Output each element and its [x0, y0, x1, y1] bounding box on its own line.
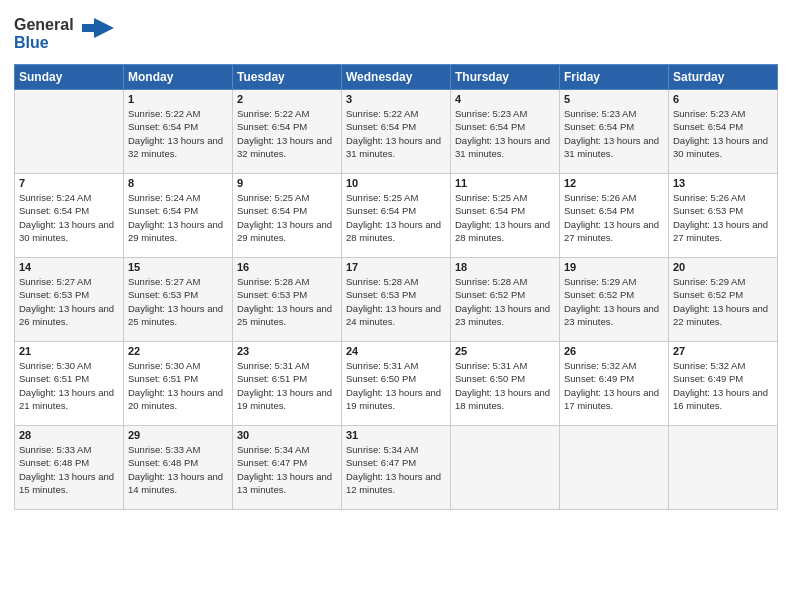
day-number: 17: [346, 261, 446, 273]
day-detail: Sunrise: 5:30 AMSunset: 6:51 PMDaylight:…: [19, 359, 119, 412]
calendar-cell: 14Sunrise: 5:27 AMSunset: 6:53 PMDayligh…: [15, 258, 124, 342]
day-number: 30: [237, 429, 337, 441]
day-number: 28: [19, 429, 119, 441]
day-number: 20: [673, 261, 773, 273]
day-number: 22: [128, 345, 228, 357]
calendar-cell: 13Sunrise: 5:26 AMSunset: 6:53 PMDayligh…: [669, 174, 778, 258]
day-number: 16: [237, 261, 337, 273]
day-detail: Sunrise: 5:23 AMSunset: 6:54 PMDaylight:…: [564, 107, 664, 160]
calendar-cell: [669, 426, 778, 510]
logo-text: General Blue: [14, 10, 124, 58]
day-detail: Sunrise: 5:34 AMSunset: 6:47 PMDaylight:…: [237, 443, 337, 496]
day-detail: Sunrise: 5:26 AMSunset: 6:53 PMDaylight:…: [673, 191, 773, 244]
day-detail: Sunrise: 5:25 AMSunset: 6:54 PMDaylight:…: [455, 191, 555, 244]
calendar-cell: 20Sunrise: 5:29 AMSunset: 6:52 PMDayligh…: [669, 258, 778, 342]
logo: General Blue: [14, 10, 124, 58]
day-number: 3: [346, 93, 446, 105]
calendar-cell: [560, 426, 669, 510]
svg-text:General: General: [14, 16, 74, 33]
day-number: 23: [237, 345, 337, 357]
day-detail: Sunrise: 5:33 AMSunset: 6:48 PMDaylight:…: [19, 443, 119, 496]
calendar-cell: 27Sunrise: 5:32 AMSunset: 6:49 PMDayligh…: [669, 342, 778, 426]
day-number: 15: [128, 261, 228, 273]
col-header-friday: Friday: [560, 65, 669, 90]
calendar-cell: 8Sunrise: 5:24 AMSunset: 6:54 PMDaylight…: [124, 174, 233, 258]
day-detail: Sunrise: 5:24 AMSunset: 6:54 PMDaylight:…: [19, 191, 119, 244]
day-detail: Sunrise: 5:33 AMSunset: 6:48 PMDaylight:…: [128, 443, 228, 496]
day-number: 8: [128, 177, 228, 189]
calendar-cell: 17Sunrise: 5:28 AMSunset: 6:53 PMDayligh…: [342, 258, 451, 342]
calendar-cell: 4Sunrise: 5:23 AMSunset: 6:54 PMDaylight…: [451, 90, 560, 174]
week-row-1: 1Sunrise: 5:22 AMSunset: 6:54 PMDaylight…: [15, 90, 778, 174]
day-number: 7: [19, 177, 119, 189]
day-detail: Sunrise: 5:23 AMSunset: 6:54 PMDaylight:…: [673, 107, 773, 160]
day-detail: Sunrise: 5:28 AMSunset: 6:53 PMDaylight:…: [237, 275, 337, 328]
day-detail: Sunrise: 5:27 AMSunset: 6:53 PMDaylight:…: [19, 275, 119, 328]
day-detail: Sunrise: 5:28 AMSunset: 6:53 PMDaylight:…: [346, 275, 446, 328]
day-detail: Sunrise: 5:31 AMSunset: 6:51 PMDaylight:…: [237, 359, 337, 412]
week-row-4: 21Sunrise: 5:30 AMSunset: 6:51 PMDayligh…: [15, 342, 778, 426]
day-number: 18: [455, 261, 555, 273]
day-detail: Sunrise: 5:31 AMSunset: 6:50 PMDaylight:…: [346, 359, 446, 412]
week-row-2: 7Sunrise: 5:24 AMSunset: 6:54 PMDaylight…: [15, 174, 778, 258]
calendar-header-row: SundayMondayTuesdayWednesdayThursdayFrid…: [15, 65, 778, 90]
calendar-cell: 18Sunrise: 5:28 AMSunset: 6:52 PMDayligh…: [451, 258, 560, 342]
day-detail: Sunrise: 5:30 AMSunset: 6:51 PMDaylight:…: [128, 359, 228, 412]
day-detail: Sunrise: 5:26 AMSunset: 6:54 PMDaylight:…: [564, 191, 664, 244]
page-container: General Blue SundayMondayTuesdayWednesda…: [0, 0, 792, 520]
day-number: 10: [346, 177, 446, 189]
day-number: 29: [128, 429, 228, 441]
calendar-cell: 31Sunrise: 5:34 AMSunset: 6:47 PMDayligh…: [342, 426, 451, 510]
day-number: 24: [346, 345, 446, 357]
header: General Blue: [14, 10, 778, 58]
day-number: 9: [237, 177, 337, 189]
col-header-thursday: Thursday: [451, 65, 560, 90]
day-number: 14: [19, 261, 119, 273]
logo-svg: General Blue: [14, 10, 124, 54]
day-number: 12: [564, 177, 664, 189]
calendar-cell: [451, 426, 560, 510]
day-detail: Sunrise: 5:27 AMSunset: 6:53 PMDaylight:…: [128, 275, 228, 328]
day-detail: Sunrise: 5:22 AMSunset: 6:54 PMDaylight:…: [237, 107, 337, 160]
day-number: 21: [19, 345, 119, 357]
day-number: 13: [673, 177, 773, 189]
day-detail: Sunrise: 5:25 AMSunset: 6:54 PMDaylight:…: [346, 191, 446, 244]
day-detail: Sunrise: 5:25 AMSunset: 6:54 PMDaylight:…: [237, 191, 337, 244]
calendar-cell: 21Sunrise: 5:30 AMSunset: 6:51 PMDayligh…: [15, 342, 124, 426]
day-detail: Sunrise: 5:34 AMSunset: 6:47 PMDaylight:…: [346, 443, 446, 496]
day-number: 26: [564, 345, 664, 357]
day-detail: Sunrise: 5:23 AMSunset: 6:54 PMDaylight:…: [455, 107, 555, 160]
calendar-cell: 6Sunrise: 5:23 AMSunset: 6:54 PMDaylight…: [669, 90, 778, 174]
calendar-cell: 9Sunrise: 5:25 AMSunset: 6:54 PMDaylight…: [233, 174, 342, 258]
calendar-cell: 19Sunrise: 5:29 AMSunset: 6:52 PMDayligh…: [560, 258, 669, 342]
day-number: 31: [346, 429, 446, 441]
day-detail: Sunrise: 5:22 AMSunset: 6:54 PMDaylight:…: [128, 107, 228, 160]
calendar-cell: 11Sunrise: 5:25 AMSunset: 6:54 PMDayligh…: [451, 174, 560, 258]
svg-marker-2: [82, 18, 114, 38]
calendar-cell: 24Sunrise: 5:31 AMSunset: 6:50 PMDayligh…: [342, 342, 451, 426]
day-number: 19: [564, 261, 664, 273]
calendar-cell: 22Sunrise: 5:30 AMSunset: 6:51 PMDayligh…: [124, 342, 233, 426]
day-number: 2: [237, 93, 337, 105]
col-header-monday: Monday: [124, 65, 233, 90]
day-number: 6: [673, 93, 773, 105]
day-detail: Sunrise: 5:22 AMSunset: 6:54 PMDaylight:…: [346, 107, 446, 160]
calendar-cell: 5Sunrise: 5:23 AMSunset: 6:54 PMDaylight…: [560, 90, 669, 174]
calendar-cell: 16Sunrise: 5:28 AMSunset: 6:53 PMDayligh…: [233, 258, 342, 342]
calendar-cell: 29Sunrise: 5:33 AMSunset: 6:48 PMDayligh…: [124, 426, 233, 510]
day-number: 11: [455, 177, 555, 189]
week-row-3: 14Sunrise: 5:27 AMSunset: 6:53 PMDayligh…: [15, 258, 778, 342]
calendar-cell: 7Sunrise: 5:24 AMSunset: 6:54 PMDaylight…: [15, 174, 124, 258]
col-header-tuesday: Tuesday: [233, 65, 342, 90]
day-number: 4: [455, 93, 555, 105]
col-header-wednesday: Wednesday: [342, 65, 451, 90]
calendar-cell: [15, 90, 124, 174]
calendar-cell: 3Sunrise: 5:22 AMSunset: 6:54 PMDaylight…: [342, 90, 451, 174]
col-header-sunday: Sunday: [15, 65, 124, 90]
calendar-cell: 15Sunrise: 5:27 AMSunset: 6:53 PMDayligh…: [124, 258, 233, 342]
day-detail: Sunrise: 5:28 AMSunset: 6:52 PMDaylight:…: [455, 275, 555, 328]
calendar-cell: 28Sunrise: 5:33 AMSunset: 6:48 PMDayligh…: [15, 426, 124, 510]
day-detail: Sunrise: 5:32 AMSunset: 6:49 PMDaylight:…: [564, 359, 664, 412]
calendar-cell: 25Sunrise: 5:31 AMSunset: 6:50 PMDayligh…: [451, 342, 560, 426]
calendar-cell: 23Sunrise: 5:31 AMSunset: 6:51 PMDayligh…: [233, 342, 342, 426]
